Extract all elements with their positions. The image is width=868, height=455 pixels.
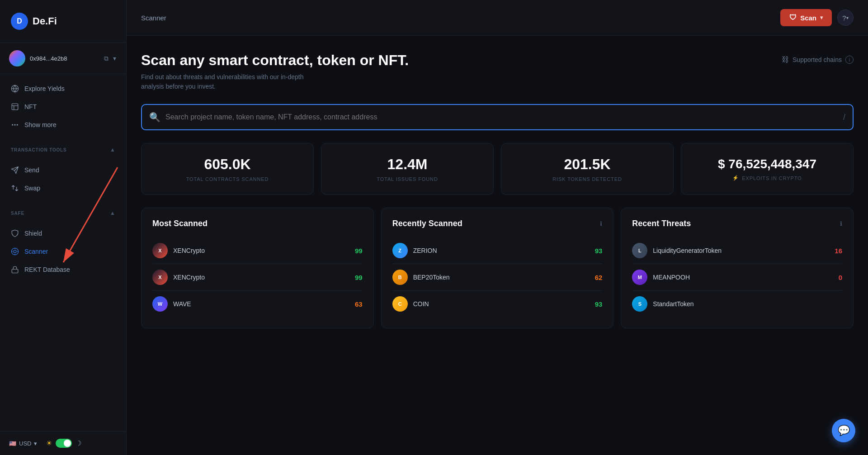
stat-card-issues-found: 12.4M TOTAL ISSUES FOUND [321,143,494,195]
chat-fab-button[interactable]: 💬 [832,419,855,442]
list-item[interactable]: Z ZERION 93 [392,237,603,264]
recently-scanned-title: Recently Scanned [392,219,462,228]
token-avatar: M [632,270,647,285]
main-content: Scanner 🛡 Scan ▾ ? ▾ Scan any smart cont… [127,0,868,455]
token-icon-letter: Z [398,248,401,253]
token-name: WAVE [173,300,349,308]
sidebar-item-label: Shield [24,230,42,237]
stats-grid: 605.0K TOTAL CONTRACTS SCANNED 12.4M TOT… [141,143,854,195]
help-chevron-icon: ▾ [846,15,849,20]
hero-title: Scan any smart contract, token or NFT. [141,52,409,69]
help-button[interactable]: ? ▾ [837,9,854,26]
token-avatar: X [152,270,168,285]
list-item[interactable]: L LiquidityGeneratorToken 16 [632,237,842,264]
token-name: ZERION [413,247,590,254]
hero-text: Scan any smart contract, token or NFT. F… [141,52,409,91]
send-icon [11,166,19,174]
recently-scanned-info-button[interactable]: ℹ [600,220,602,227]
token-score: 93 [595,300,603,308]
token-avatar: C [392,296,408,312]
topbar: Scanner 🛡 Scan ▾ ? ▾ [127,0,868,36]
sidebar-item-swap[interactable]: Swap [0,179,126,197]
chat-icon: 💬 [838,425,850,436]
recently-scanned-header: Recently Scanned ℹ [392,219,603,228]
sidebar-item-label: Send [24,166,39,174]
sidebar-item-shield[interactable]: Shield [0,224,126,242]
list-item[interactable]: X XENCrypto 99 [152,264,363,291]
token-avatar: X [152,243,168,258]
token-icon-letter: X [158,275,161,280]
exploits-icon: ⚡ [732,175,739,181]
expand-wallet-button[interactable]: ▾ [112,54,117,63]
svg-rect-0 [12,104,18,110]
list-item[interactable]: S StandartToken [632,291,842,317]
safe-nav: Shield Scanner R [0,219,126,284]
token-name: LiquidityGeneratorToken [653,247,829,254]
stat-label: TOTAL CONTRACTS SCANNED [186,176,269,182]
stat-value: $ 76,525,448,347 [718,157,816,171]
token-icon-letter: S [638,301,642,307]
stat-card-exploits: $ 76,525,448,347 ⚡ EXPLOITS IN CRYPTO [681,143,854,195]
supported-chains-button[interactable]: ⛓ Supported chains i [782,56,854,64]
svg-point-2 [14,124,16,126]
sidebar-item-label: REKT Database [24,266,70,273]
list-item[interactable]: M MEANPOOH 0 [632,264,842,291]
sidebar-item-show-more[interactable]: Show more [0,116,126,134]
token-avatar: S [632,296,647,312]
recent-threats-panel: Recent Threats ℹ L LiquidityGeneratorTok… [621,208,854,328]
token-score: 63 [355,300,363,308]
safe-toggle[interactable]: ▲ [110,210,115,216]
chains-icon: ⛓ [782,56,789,64]
stat-label: TOTAL ISSUES FOUND [377,176,438,182]
theme-toggle-thumb [64,440,71,447]
token-name: XENCrypto [173,247,349,254]
wallet-actions: ⧉ ▾ [103,54,117,63]
sidebar-item-send[interactable]: Send [0,161,126,179]
shield-icon [11,229,19,237]
sidebar-bottom: 🇺🇸 USD ▾ ☀ ☽ [0,431,126,455]
recent-threats-title: Recent Threats [632,219,691,228]
token-avatar: L [632,243,647,258]
sidebar-item-nft[interactable]: NFT [0,98,126,116]
sidebar-item-label: Show more [24,121,57,128]
transaction-tools-toggle[interactable]: ▲ [110,147,115,153]
sidebar-item-label: Explore Yields [24,85,65,92]
panels-grid: Most Scanned X XENCrypto 99 X XEN [141,208,854,328]
sidebar-item-label: NFT [24,103,37,110]
nft-icon [11,103,19,111]
token-avatar: W [152,296,168,312]
copy-address-button[interactable]: ⧉ [103,54,109,63]
recent-threats-info-button[interactable]: ℹ [840,220,842,227]
topbar-actions: 🛡 Scan ▾ ? ▾ [780,9,854,26]
search-input[interactable] [141,104,854,130]
most-scanned-panel: Most Scanned X XENCrypto 99 X XEN [141,208,374,328]
token-name: COIN [413,300,590,308]
token-icon-letter: B [398,275,402,280]
main-nav: Explore Yields NFT Show more [0,74,126,139]
sidebar-item-scanner[interactable]: Scanner [0,242,126,261]
hero-subtitle: Find out about threats and vulnerabiliti… [141,72,358,91]
scan-chevron-icon: ▾ [820,14,823,21]
sidebar-item-explore-yields[interactable]: Explore Yields [0,80,126,98]
supported-chains-info-icon: i [845,56,854,64]
stat-label: RISK TOKENS DETECTED [552,176,622,182]
token-icon-letter: W [158,301,162,307]
stat-value: 12.4M [387,156,428,173]
currency-selector[interactable]: 🇺🇸 USD ▾ [9,440,37,447]
supported-chains-label: Supported chains [793,56,842,63]
wallet-address: 0x984...4e2b8 [30,55,99,62]
list-item[interactable]: B BEP20Token 62 [392,264,603,291]
sidebar-item-label: Swap [24,185,40,192]
sidebar-item-label: Scanner [24,248,48,255]
sidebar-item-rekt-database[interactable]: REKT Database [0,261,126,279]
theme-toggle-track[interactable] [56,439,72,448]
stat-card-contracts-scanned: 605.0K TOTAL CONTRACTS SCANNED [141,143,314,195]
list-item[interactable]: C COIN 93 [392,291,603,317]
token-score: 0 [839,274,842,281]
transaction-tools-nav: Send Swap [0,156,126,203]
scan-button-label: Scan [800,14,816,22]
scan-button[interactable]: 🛡 Scan ▾ [780,9,832,26]
list-item[interactable]: X XENCrypto 99 [152,237,363,264]
sun-icon: ☀ [46,439,52,447]
list-item[interactable]: W WAVE 63 [152,291,363,317]
